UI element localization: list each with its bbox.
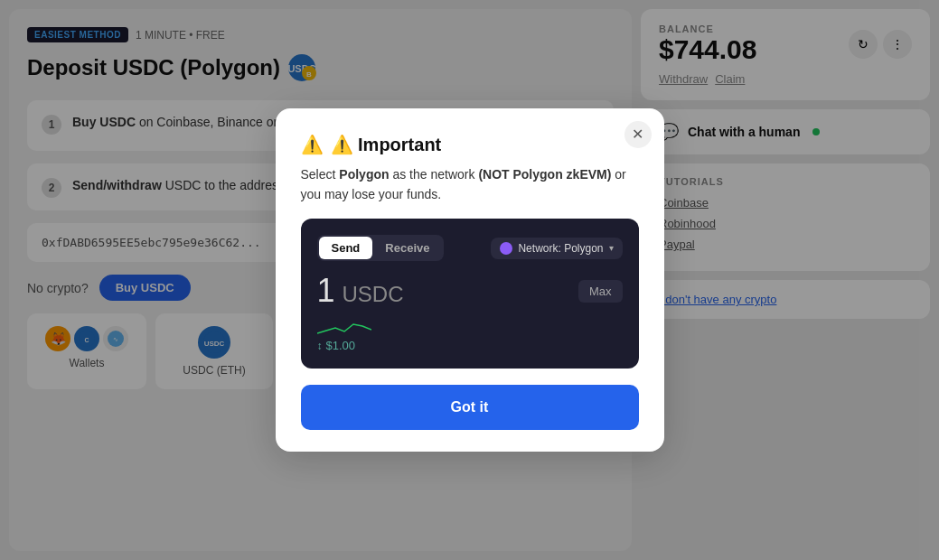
send-receive-tabs: Send Receive [317,235,445,261]
polygon-dot [500,242,512,255]
receive-tab: Receive [372,237,442,259]
preview-amount: 1 USDC [317,272,404,310]
network-badge: Network: Polygon ▾ [491,238,622,259]
modal-body: Select Polygon as the network (NOT Polyg… [301,164,639,205]
important-modal: ✕ ⚠️ ⚠️ Important Select Polygon as the … [276,108,664,453]
dollar-value: ↕ $1.00 [317,339,623,352]
chart-stub [317,317,623,335]
modal-overlay: ✕ ⚠️ ⚠️ Important Select Polygon as the … [0,0,939,560]
modal-title: ⚠️ ⚠️ Important [301,134,639,155]
send-tab: Send [319,237,373,259]
warning-icon: ⚠️ [301,134,324,155]
modal-close-button[interactable]: ✕ [624,121,652,148]
got-it-button[interactable]: Got it [301,385,639,430]
modal-preview: Send Receive Network: Polygon ▾ 1 USDC M… [301,219,639,369]
max-button[interactable]: Max [578,280,623,303]
chevron-down-icon: ▾ [609,243,614,253]
arrow-icon: ↕ [317,340,323,352]
